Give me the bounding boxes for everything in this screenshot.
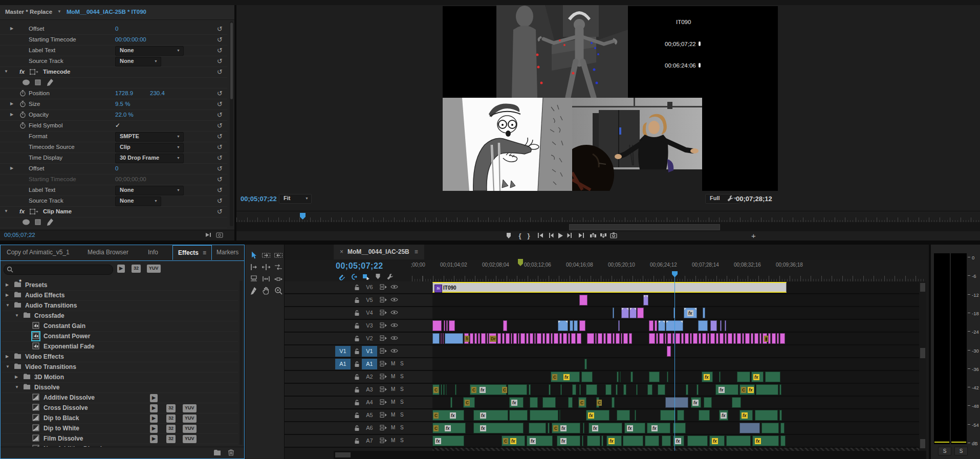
clip[interactable] xyxy=(534,333,536,344)
clip[interactable] xyxy=(665,333,666,344)
effects-search-input[interactable] xyxy=(4,265,113,275)
reset-icon[interactable]: ↺ xyxy=(217,208,223,215)
clip[interactable] xyxy=(681,333,684,344)
clip[interactable] xyxy=(441,384,442,395)
disclosure-triangle[interactable]: ▼ xyxy=(15,313,19,318)
export-frame-icon[interactable] xyxy=(216,232,223,239)
snap-icon[interactable] xyxy=(338,273,346,280)
clip[interactable] xyxy=(623,384,626,395)
pen-mask-icon[interactable] xyxy=(46,78,54,88)
lock-icon[interactable] xyxy=(354,386,360,394)
go-to-out-button[interactable] xyxy=(576,232,585,240)
track-lane-v3[interactable] xyxy=(432,320,919,332)
tool-zoom[interactable] xyxy=(274,286,285,297)
tool-ripple-edit[interactable] xyxy=(249,263,260,274)
clip[interactable] xyxy=(443,333,444,344)
clip[interactable] xyxy=(780,333,785,344)
clip[interactable] xyxy=(720,320,722,331)
toggle-track-output-icon[interactable] xyxy=(390,284,398,291)
solo-button[interactable]: S xyxy=(400,425,404,430)
source-patch-v1[interactable]: V1 xyxy=(335,346,351,357)
clip[interactable] xyxy=(497,333,501,344)
mark-out-button[interactable]: } xyxy=(524,232,533,240)
effects-tree-item-constant-gain[interactable]: Constant Gain xyxy=(2,321,238,332)
clip[interactable] xyxy=(612,397,615,408)
clip[interactable] xyxy=(432,320,442,331)
clip[interactable] xyxy=(570,320,573,331)
clip[interactable] xyxy=(583,423,584,433)
effects-tree-item-3d-motion[interactable]: ▶3D Motion xyxy=(2,372,238,383)
monitor-playhead[interactable] xyxy=(300,213,306,220)
monitor-time-ruler[interactable] xyxy=(236,211,980,223)
disclosure-triangle[interactable]: ▶ xyxy=(10,112,13,117)
clip[interactable] xyxy=(629,308,637,318)
lock-icon[interactable] xyxy=(354,399,360,407)
section-divider[interactable] xyxy=(0,241,980,245)
linked-selection-icon[interactable] xyxy=(350,273,358,280)
clip[interactable] xyxy=(530,410,558,421)
disclosure-triangle[interactable]: ▶ xyxy=(15,375,18,379)
param-value[interactable]: 1728.9 xyxy=(115,90,133,96)
effects-tree-item-audio-transitions[interactable]: ▼Audio Transitions xyxy=(2,300,238,311)
tool-hand[interactable] xyxy=(262,286,273,297)
mute-button[interactable]: M xyxy=(391,361,395,366)
clip[interactable] xyxy=(772,333,776,344)
clip[interactable]: fx xyxy=(684,308,697,318)
solo-left-button[interactable]: S xyxy=(938,447,951,455)
clip[interactable]: fx xyxy=(752,435,779,446)
param-value[interactable]: 00;00;00;00 xyxy=(115,176,146,182)
clip[interactable] xyxy=(645,435,659,446)
mute-button[interactable]: M xyxy=(391,374,395,379)
play-button[interactable] xyxy=(556,232,565,240)
clip[interactable] xyxy=(658,384,665,395)
play-only-audio-icon[interactable] xyxy=(205,232,212,239)
lock-icon[interactable] xyxy=(354,284,360,292)
clip[interactable]: fx xyxy=(702,371,713,382)
clip[interactable] xyxy=(649,371,660,382)
clip[interactable] xyxy=(779,410,782,421)
clip[interactable] xyxy=(662,435,671,446)
clip[interactable]: fx xyxy=(647,423,670,433)
timeline-playhead-line[interactable] xyxy=(674,271,675,451)
stopwatch-icon[interactable] xyxy=(19,122,26,130)
tool-track-select-backward[interactable] xyxy=(274,251,285,262)
mute-button[interactable]: M xyxy=(391,412,395,418)
clip[interactable] xyxy=(677,410,684,421)
clip[interactable] xyxy=(446,384,447,395)
clip[interactable] xyxy=(443,384,445,395)
clip[interactable] xyxy=(623,435,643,446)
reset-icon[interactable]: ↺ xyxy=(217,90,223,97)
lock-icon[interactable] xyxy=(354,374,360,381)
clip[interactable] xyxy=(511,333,512,344)
timeline-sequence-tab[interactable]: ×MoM__0044_IAC-25B≡ xyxy=(334,245,424,259)
toggle-track-output-icon[interactable] xyxy=(390,322,398,329)
clip[interactable] xyxy=(737,371,750,382)
clip[interactable]: fx xyxy=(606,435,622,446)
clip[interactable] xyxy=(761,423,779,433)
clip[interactable] xyxy=(621,308,629,318)
clip[interactable]: fx xyxy=(719,410,728,421)
clip[interactable]: fx xyxy=(527,435,553,446)
timeline-horizontal-scrollbar[interactable] xyxy=(334,451,926,459)
clip[interactable] xyxy=(520,333,525,344)
panel-menu-icon[interactable]: ≡ xyxy=(203,249,206,256)
clip[interactable] xyxy=(780,423,785,433)
clip[interactable] xyxy=(584,359,587,369)
clip[interactable] xyxy=(506,333,510,344)
clip[interactable] xyxy=(685,333,689,344)
solo-button[interactable]: S xyxy=(400,399,404,405)
clip[interactable]: Cfx xyxy=(739,384,755,395)
playback-resolution-dropdown[interactable]: Full▼ xyxy=(705,194,740,204)
clip[interactable] xyxy=(478,333,480,344)
param-value[interactable]: 0 xyxy=(115,165,118,171)
track-lane-a2[interactable]: Cfxfxfx xyxy=(432,371,919,383)
track-lane-v2[interactable]: fiDr▮ xyxy=(432,333,919,344)
clip[interactable] xyxy=(572,384,576,395)
tab-markers[interactable]: Markers xyxy=(211,245,244,260)
nest-icon[interactable] xyxy=(362,273,371,280)
track-target-a4[interactable]: A4 xyxy=(362,397,377,408)
disclosure-triangle[interactable]: ▼ xyxy=(4,69,8,74)
fx-icon[interactable]: fx xyxy=(19,69,25,75)
track-target-v3[interactable]: V3 xyxy=(362,320,377,331)
tool-razor[interactable] xyxy=(249,274,260,286)
